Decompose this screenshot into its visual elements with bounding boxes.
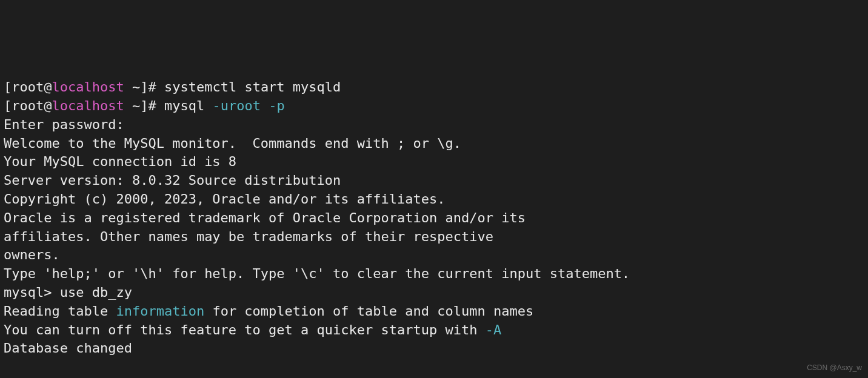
prompt-line-2: [root@localhost ~]# mysql -uroot -p — [4, 97, 864, 116]
mysql-prompt-line: mysql> use db_zy — [4, 284, 864, 302]
output-line: Oracle is a registered trademark of Orac… — [4, 209, 864, 228]
terminal-output[interactable]: [root@localhost ~]# systemctl start mysq… — [4, 78, 864, 358]
output-line: owners. — [4, 246, 864, 265]
output-line: Enter password: — [4, 116, 864, 134]
output-line: Welcome to the MySQL monitor. Commands e… — [4, 134, 864, 153]
output-line: Reading table information for completion… — [4, 302, 864, 321]
output-line: Your MySQL connection id is 8 — [4, 153, 864, 171]
output-line: Copyright (c) 2000, 2023, Oracle and/or … — [4, 190, 864, 209]
output-line: You can turn off this feature to get a q… — [4, 321, 864, 340]
prompt-line-1: [root@localhost ~]# systemctl start mysq… — [4, 78, 864, 97]
output-line: Database changed — [4, 339, 864, 358]
output-line: Server version: 8.0.32 Source distributi… — [4, 171, 864, 190]
watermark: CSDN @Asxy_w — [807, 363, 862, 373]
output-line: affiliates. Other names may be trademark… — [4, 228, 864, 247]
output-line: Type 'help;' or '\h' for help. Type '\c'… — [4, 265, 864, 284]
